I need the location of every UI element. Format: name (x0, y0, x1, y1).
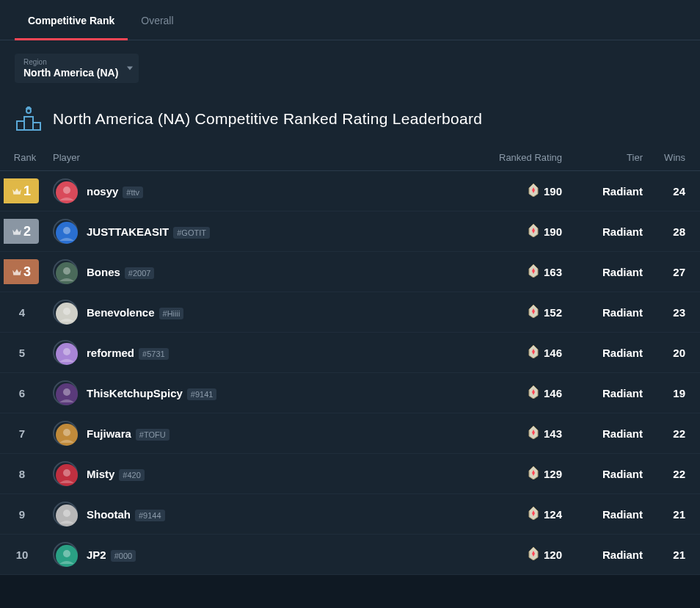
player-name[interactable]: Misty (87, 468, 114, 480)
player-name[interactable]: Fujiwara (87, 427, 131, 440)
rating-cell: 146 (465, 333, 568, 373)
rank-badge: 2 (4, 219, 39, 244)
rating-cell: 146 (465, 373, 568, 413)
table-row[interactable]: 1nosyy#ttv190Radiant24 (0, 171, 700, 211)
svg-point-15 (63, 388, 70, 396)
table-row[interactable]: 6ThisKetchupSpicy#9141146Radiant19 (0, 373, 700, 413)
player-tag: #5731 (139, 348, 169, 360)
rating-cell: 129 (465, 454, 568, 494)
tier-cell: Radiant (568, 494, 649, 535)
rank-cell: 9 (0, 494, 44, 535)
col-header-wins: Wins (649, 145, 700, 171)
wins-cell: 19 (649, 373, 700, 413)
svg-rect-2 (33, 123, 40, 130)
wins-cell: 21 (649, 535, 700, 575)
player-name[interactable]: nosyy (87, 185, 118, 198)
rating-cell: 152 (465, 292, 568, 333)
player-tag: #420 (119, 469, 144, 481)
rating-icon (528, 184, 539, 199)
wins-cell: 22 (649, 413, 700, 454)
tier-cell: Radiant (568, 454, 649, 494)
table-row[interactable]: 10JP2#000120Radiant21 (0, 535, 700, 575)
wins-cell: 20 (649, 333, 700, 373)
player-cell: reformed#5731 (44, 333, 465, 373)
player-name[interactable]: ThisKetchupSpicy (87, 387, 183, 399)
rating-value: 120 (544, 549, 562, 561)
leaderboard-icon (15, 106, 43, 131)
rating-value: 146 (544, 347, 562, 359)
rating-value: 190 (544, 185, 562, 198)
avatar (53, 178, 78, 203)
wins-cell: 21 (649, 494, 700, 535)
table-row[interactable]: 4Benevolence#Hiiii152Radiant23 (0, 292, 700, 333)
tab-competitive-rank[interactable]: Competitive Rank (15, 0, 128, 40)
rank-number: 7 (19, 427, 25, 440)
player-name[interactable]: Bones (87, 266, 120, 278)
rank-number: 2 (23, 224, 31, 239)
player-cell: Shootah#9144 (44, 494, 465, 535)
rating-value: 143 (544, 427, 562, 440)
rank-cell: 3 (0, 252, 44, 292)
rating-icon (528, 264, 539, 280)
tier-cell: Radiant (568, 252, 649, 292)
player-tag: #ttv (123, 187, 143, 198)
rating-cell: 163 (465, 252, 568, 292)
rating-cell: 190 (465, 211, 568, 252)
rating-cell: 124 (465, 494, 568, 535)
avatar (53, 502, 78, 526)
rating-icon (528, 507, 539, 522)
rating-icon (528, 386, 539, 401)
wins-cell: 23 (649, 292, 700, 333)
player-tag: #2007 (125, 267, 155, 279)
rank-number: 4 (19, 306, 25, 319)
player-name[interactable]: Benevolence (87, 306, 155, 319)
tier-cell: Radiant (568, 292, 649, 333)
player-name[interactable]: Shootah (87, 508, 131, 521)
rank-cell: 2 (0, 211, 44, 252)
table-row[interactable]: 8Misty#420129Radiant22 (0, 454, 700, 494)
avatar (53, 259, 78, 284)
player-cell: JUSTTAKEASIT#GOTIT (44, 211, 465, 252)
avatar (53, 300, 78, 325)
player-cell: JP2#000 (44, 535, 465, 575)
player-name[interactable]: reformed (87, 347, 134, 359)
svg-point-7 (63, 227, 70, 234)
col-header-tier: Tier (568, 145, 649, 171)
region-select[interactable]: Region North America (NA) (15, 54, 139, 83)
rank-number: 6 (19, 387, 25, 399)
tab-overall[interactable]: Overall (128, 0, 186, 40)
rating-icon (528, 305, 539, 320)
page-title: North America (NA) Competitive Ranked Ra… (53, 110, 482, 128)
avatar (53, 380, 78, 405)
svg-point-17 (63, 429, 70, 436)
avatar (53, 421, 78, 446)
leaderboard-table: Rank Player Ranked Rating Tier Wins 1nos… (0, 145, 700, 575)
avatar (53, 542, 78, 567)
svg-point-21 (63, 510, 70, 517)
player-tag: #TOFU (136, 429, 169, 441)
rating-value: 129 (544, 468, 562, 480)
col-header-rating: Ranked Rating (465, 145, 568, 171)
player-name[interactable]: JP2 (87, 549, 106, 561)
rank-cell: 4 (0, 292, 44, 333)
player-cell: Fujiwara#TOFU (44, 413, 465, 454)
rating-icon (528, 466, 539, 482)
table-row[interactable]: 2JUSTTAKEASIT#GOTIT190Radiant28 (0, 211, 700, 252)
rank-badge: 1 (4, 178, 39, 203)
svg-rect-0 (24, 117, 33, 130)
rank-number: 3 (23, 264, 31, 280)
rank-badge: 3 (4, 259, 39, 284)
rating-cell: 120 (465, 535, 568, 575)
rank-cell: 6 (0, 373, 44, 413)
table-row[interactable]: 5reformed#5731146Radiant20 (0, 333, 700, 373)
rating-cell: 190 (465, 171, 568, 211)
table-row[interactable]: 9Shootah#9144124Radiant21 (0, 494, 700, 535)
rating-value: 124 (544, 508, 562, 521)
col-header-rank: Rank (0, 145, 44, 171)
wins-cell: 24 (649, 171, 700, 211)
table-row[interactable]: 7Fujiwara#TOFU143Radiant22 (0, 413, 700, 454)
svg-point-23 (63, 550, 70, 557)
player-name[interactable]: JUSTTAKEASIT (87, 225, 169, 238)
table-row[interactable]: 3Bones#2007163Radiant27 (0, 252, 700, 292)
svg-point-19 (63, 469, 70, 477)
